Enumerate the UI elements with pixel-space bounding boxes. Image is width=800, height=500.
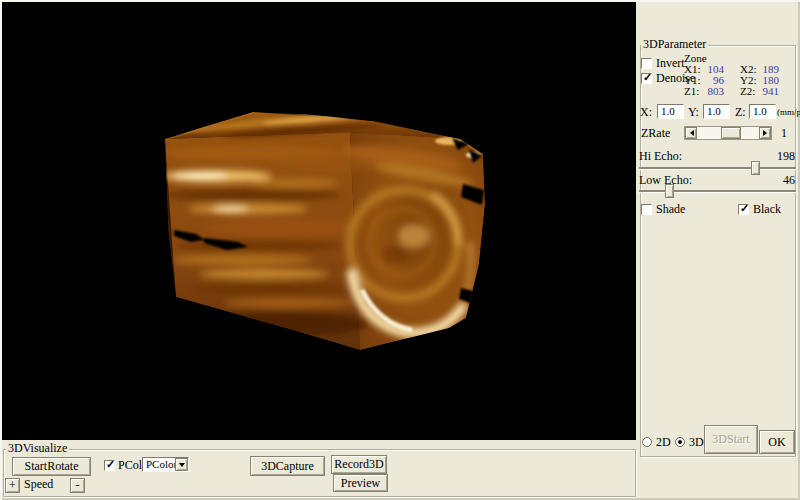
- mode-3d-radio[interactable]: [675, 437, 685, 447]
- zrate-scrollbar-thumb[interactable]: [721, 127, 741, 139]
- speed-plus-button[interactable]: +: [5, 478, 20, 493]
- record3d-button[interactable]: Record3D: [331, 455, 387, 474]
- hi-echo-slider-thumb[interactable]: [751, 161, 760, 175]
- pcolor-checkbox[interactable]: [104, 460, 115, 471]
- voxel-y-label: Y:: [688, 106, 699, 119]
- ok-button[interactable]: OK: [759, 430, 795, 454]
- voxel-z-label: Z:: [735, 106, 746, 119]
- voxel-x-input[interactable]: 1.0: [657, 104, 684, 119]
- hi-echo-label: Hi Echo:: [639, 150, 682, 163]
- shade-label: Shade: [656, 203, 685, 216]
- mode-3d-label: 3D: [689, 436, 704, 449]
- pcolor-dropdown[interactable]: PColor: [142, 457, 189, 472]
- 3dstart-button[interactable]: 3DStart: [704, 425, 758, 454]
- start-rotate-button[interactable]: StartRotate: [12, 457, 91, 476]
- black-checkbox[interactable]: [738, 204, 749, 215]
- low-echo-slider-thumb[interactable]: [665, 184, 674, 198]
- pcolor-dropdown-value: PColor: [146, 458, 177, 471]
- zrate-left-arrow-icon[interactable]: [685, 127, 697, 139]
- preview-button[interactable]: Preview: [333, 474, 388, 492]
- invert-label: Invert: [656, 57, 685, 70]
- volume-render-3d: [2, 2, 636, 440]
- zrate-value: 1: [781, 127, 787, 140]
- shade-checkbox[interactable]: [641, 204, 652, 215]
- 3dcapture-button[interactable]: 3DCapture: [250, 456, 325, 476]
- denoise-checkbox[interactable]: [641, 73, 652, 84]
- zone-z1-value: 803: [702, 85, 724, 97]
- dropdown-arrow-icon[interactable]: [175, 458, 188, 471]
- visualize-group-title: 3DVisualize: [6, 442, 69, 455]
- parameter-group-title: 3DParameter: [641, 38, 708, 51]
- mode-2d-radio[interactable]: [642, 437, 652, 447]
- zrate-label: ZRate: [641, 127, 670, 140]
- voxel-z-input[interactable]: 1.0: [749, 104, 776, 119]
- low-echo-slider-track[interactable]: [639, 190, 796, 192]
- hi-echo-slider-track[interactable]: [639, 167, 796, 169]
- zone-z2-value: 941: [757, 85, 779, 97]
- speed-minus-button[interactable]: -: [70, 478, 85, 493]
- low-echo-value: 46: [768, 174, 795, 187]
- voxel-unit-label: (mm/p): [777, 106, 800, 118]
- viewport-3d[interactable]: [2, 2, 636, 440]
- invert-checkbox[interactable]: [641, 58, 652, 69]
- voxel-y-input[interactable]: 1.0: [703, 104, 730, 119]
- speed-label: Speed: [24, 478, 53, 491]
- mode-2d-label: 2D: [656, 436, 671, 449]
- zone-z1-label: Z1:: [684, 85, 699, 97]
- voxel-x-label: X:: [640, 106, 652, 119]
- application-window: 3DParameter Invert Denoise Zone X1: 104 …: [0, 0, 800, 500]
- zrate-right-arrow-icon[interactable]: [759, 127, 771, 139]
- hi-echo-value: 198: [768, 150, 795, 163]
- black-label: Black: [753, 203, 781, 216]
- zone-z2-label: Z2:: [740, 85, 755, 97]
- zrate-scrollbar[interactable]: [684, 126, 772, 140]
